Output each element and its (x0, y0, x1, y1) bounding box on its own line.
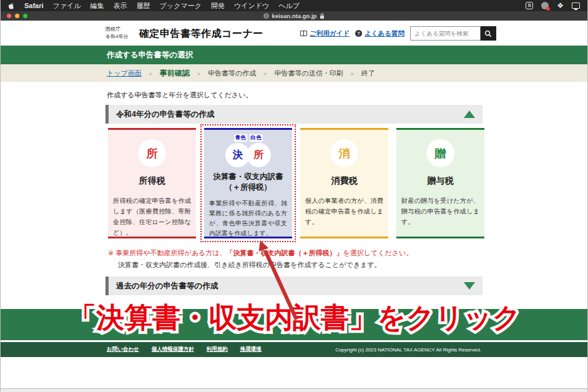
globe-icon (263, 13, 269, 19)
footer-link-environment[interactable]: 推奨環境 (240, 346, 262, 353)
section-current-year[interactable]: 令和4年分の申告書等の作成 (105, 105, 483, 124)
guide-link[interactable]: ご利用ガイド (300, 29, 350, 38)
url-text: keisan.nta.go.jp (272, 12, 317, 19)
card-badge-row: 決 所 (209, 143, 287, 167)
agency-block: 国税庁 令和4年分 (105, 26, 128, 40)
income-badge: 所 (247, 143, 271, 167)
breadcrumb-send-print: 申告書等の送信・印刷 (274, 69, 343, 77)
section-past-years[interactable]: 過去の年分の申告書等の作成 (105, 277, 483, 295)
gift-tax-badge: 贈 (426, 139, 454, 167)
card-desc: 財産の贈与を受けた方が、贈与税の申告書を作成します。 (401, 195, 479, 227)
footer-link-privacy[interactable]: 個人情報保護方針 (152, 346, 194, 353)
note-emphasis: 「決算書・収支内訳書（＋所得税）」 (227, 249, 343, 257)
tax-year: 令和4年分 (105, 33, 128, 41)
card-gift-tax[interactable]: 贈 贈与税 財産の贈与を受けた方が、贈与税の申告書を作成します。 (396, 128, 484, 238)
note-post: を選択してください。 (343, 249, 413, 257)
window-bottom-edge (1, 388, 587, 392)
card-title: 決算書・収支内訳書 (209, 172, 287, 182)
income-tax-badge: 所 (138, 139, 166, 167)
macos-menu-bar: Safari ファイル 編集 表示 履歴 ブックマーク 開発 ウインドウ ヘルプ… (1, 0, 587, 11)
faq-search (410, 26, 496, 41)
menu-item-bookmarks[interactable]: ブックマーク (160, 1, 202, 11)
display-icon[interactable] (572, 2, 580, 9)
site-header: 国税庁 令和4年分 確定申告書等作成コーナー ご利用ガイド ? よくある質問 (1, 21, 587, 46)
card-desc: 個人の事業者の方が、消費税の確定申告書を作成します。 (305, 195, 383, 227)
window-controls (7, 14, 27, 18)
search-input[interactable] (410, 26, 481, 41)
page-nav-bar: 作成する申告書等の選択 (1, 46, 587, 64)
header-utilities: ご利用ガイド ? よくある質問 (300, 26, 496, 41)
menubar-tray: S ❖ (526, 2, 580, 9)
menu-item-file[interactable]: ファイル (53, 1, 81, 11)
card-desc: 事業所得や不動産所得、雑業務に係る雑所得のある方が、青色申告決算書や収支内訳書を… (209, 198, 287, 239)
collapse-icon[interactable] (464, 110, 475, 118)
breadcrumb-separator: ＞ (196, 71, 202, 77)
dropbox-icon[interactable]: ❖ (557, 2, 564, 9)
minimize-button[interactable] (15, 14, 19, 18)
menu-item-safari[interactable]: Safari (24, 2, 44, 9)
menu-item-window[interactable]: ウインドウ (234, 1, 269, 11)
guide-link-label: ご利用ガイド (310, 29, 350, 38)
card-badge-row: 消 (305, 139, 383, 167)
breadcrumb-create: 申告書等の作成 (208, 69, 256, 77)
note-pre: 事業所得や不動産所得がある方は、 (115, 249, 226, 257)
blue-return-label: 青色 (234, 134, 247, 142)
note-line2: 決算書・収支内訳書の作成後、引き続き所得税の申告書を作成することができます。 (108, 259, 413, 271)
consumption-tax-badge: 消 (330, 139, 358, 167)
fullscreen-button[interactable] (23, 14, 27, 18)
footer-link-terms[interactable]: 利用規約 (207, 346, 228, 353)
menu-item-help[interactable]: ヘルプ (278, 1, 300, 11)
card-badge-row: 所 (113, 139, 191, 167)
card-title: 所得税 (113, 175, 191, 187)
lock-icon (320, 13, 325, 19)
breadcrumb-precheck-current: 事前確認 (160, 69, 190, 77)
notification-app-icon[interactable] (541, 2, 549, 9)
breadcrumb-separator: ＞ (148, 71, 154, 77)
card-financial-statements[interactable]: 青色 白色 決 所 決算書・収支内訳書 （＋所得税） 事業所得や不動産所得、雑業… (204, 128, 292, 238)
menu-item-edit[interactable]: 編集 (91, 1, 104, 11)
card-badge-row: 贈 (401, 139, 479, 167)
instruction-text: 作成する申告書等と年分を選択してください。 (107, 91, 253, 100)
site-footer: お問い合わせ 個人情報保護方針 利用規約 推奨環境 Copyright (c) … (1, 342, 587, 357)
breadcrumb: トップ画面 ＞ 事前確認 ＞ 申告書等の作成 ＞ 申告書等の送信・印刷 ＞ 終了 (1, 64, 587, 82)
expand-icon[interactable] (464, 282, 475, 290)
menu-item-view[interactable]: 表示 (114, 1, 127, 11)
card-title-line2: （＋所得税） (209, 182, 287, 193)
faq-link-label: よくある質問 (365, 29, 404, 38)
browser-chrome: keisan.nta.go.jp (1, 11, 587, 21)
breadcrumb-separator: ＞ (262, 71, 268, 77)
note-marker: ※ (108, 249, 115, 257)
copyright-text: Copyright (c) 2023 NATIONAL TAX AGENCY A… (335, 347, 481, 353)
breadcrumb-separator: ＞ (350, 71, 355, 77)
callout-band (1, 309, 587, 340)
section-past-years-title: 過去の年分の申告書等の作成 (116, 281, 218, 292)
breadcrumb-finish: 終了 (361, 69, 375, 77)
page-nav-title: 作成する申告書等の選択 (107, 51, 193, 59)
macos-screen: Safari ファイル 編集 表示 履歴 ブックマーク 開発 ウインドウ ヘルプ… (0, 0, 588, 392)
white-return-label: 白色 (250, 134, 263, 142)
footer-link-contact[interactable]: お問い合わせ (107, 346, 139, 353)
search-button[interactable] (481, 26, 496, 41)
card-desc: 所得税の確定申告書を作成します（医療費控除、寄附金控除、住宅ローン控除など）。 (113, 195, 191, 238)
apple-icon[interactable] (8, 2, 15, 9)
breadcrumb-top[interactable]: トップ画面 (107, 69, 142, 77)
color-type-labels: 青色 白色 (209, 134, 287, 142)
search-icon (484, 30, 492, 37)
selection-note: ※ 事業所得や不動産所得がある方は、「決算書・収支内訳書（＋所得税）」を選択して… (108, 247, 413, 270)
menu-item-history[interactable]: 履歴 (137, 1, 150, 11)
s-badge-icon[interactable]: S (526, 2, 533, 9)
card-income-tax[interactable]: 所 所得税 所得税の確定申告書を作成します（医療費控除、寄附金控除、住宅ローン控… (108, 128, 196, 238)
card-consumption-tax[interactable]: 消 消費税 個人の事業者の方が、消費税の確定申告書を作成します。 (300, 128, 388, 238)
question-icon: ? (355, 30, 362, 37)
section-current-year-title: 令和4年分の申告書等の作成 (116, 109, 215, 120)
book-icon (300, 31, 307, 36)
agency-name: 国税庁 (105, 26, 128, 33)
tax-type-cards: 所 所得税 所得税の確定申告書を作成します（医療費控除、寄附金控除、住宅ローン控… (108, 128, 484, 238)
site-title: 確定申告書等作成コーナー (139, 27, 263, 41)
menu-item-develop[interactable]: 開発 (211, 1, 225, 11)
close-button[interactable] (7, 14, 11, 18)
address-bar[interactable]: keisan.nta.go.jp (263, 12, 325, 19)
card-title: 消費税 (305, 175, 383, 187)
faq-link[interactable]: ? よくある質問 (355, 29, 404, 38)
note-line1: ※ 事業所得や不動産所得がある方は、「決算書・収支内訳書（＋所得税）」を選択して… (108, 247, 413, 259)
